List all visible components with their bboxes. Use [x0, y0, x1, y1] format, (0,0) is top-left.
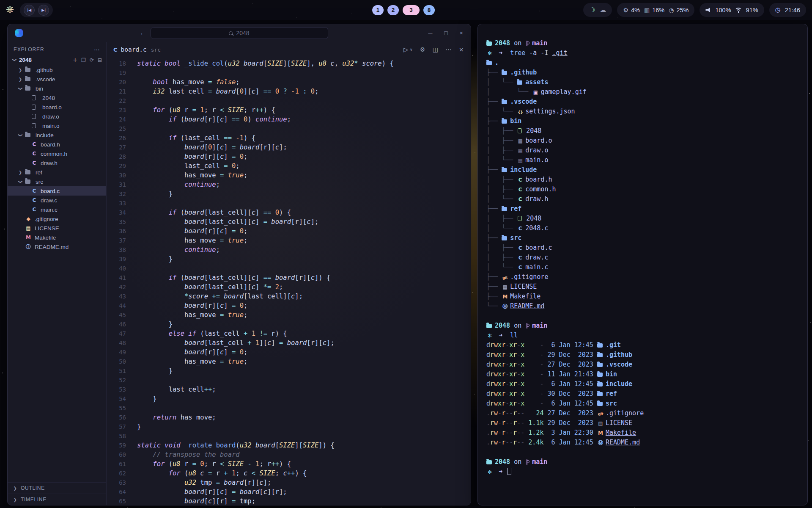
exe-icon: [518, 128, 522, 133]
code-line-38: 38 continue;: [107, 245, 471, 254]
moon-icon: ☽: [589, 7, 595, 14]
system-logo-icon[interactable]: ❋: [6, 5, 14, 15]
split-editor-button[interactable]: ◫: [433, 46, 439, 53]
file-tree-item-bin[interactable]: ❯bin: [8, 84, 106, 93]
file-tree-item-board.h[interactable]: Cboard.h: [8, 140, 106, 149]
clock-widget[interactable]: ◷ 21:46: [769, 3, 806, 17]
tab-board-c[interactable]: C board.c src: [113, 46, 161, 53]
terminal-line: │ └── ▦main.o: [486, 155, 807, 165]
explorer-header: EXPLORER ⋯: [8, 43, 106, 55]
file-tree-item-main.c[interactable]: Cmain.c: [8, 205, 106, 214]
minimize-button[interactable]: ─: [428, 30, 432, 36]
file-tree-item-Makefile[interactable]: MMakefile: [8, 233, 106, 242]
file-tree-item-LICENSE[interactable]: ▤LICENSE: [8, 224, 106, 233]
explorer-menu-button[interactable]: ⋯: [94, 46, 100, 53]
terminal-line: 2048 on main: [486, 39, 807, 48]
code-line-57: 57}: [107, 422, 471, 431]
terminal-line: ├── src: [486, 233, 807, 243]
line-number: 27: [107, 143, 126, 152]
file-tree-item-.vscode[interactable]: ❯.vscode: [8, 75, 106, 84]
media-previous-button[interactable]: |◀: [24, 5, 35, 16]
file-tree-item-src[interactable]: ❯src: [8, 177, 106, 186]
close-button[interactable]: ×: [460, 30, 463, 36]
file-tree-item-draw.h[interactable]: Cdraw.h: [8, 158, 106, 168]
code-line-23: 23 for (u8 r = 1; r < SIZE; r++) {: [107, 105, 471, 115]
line-number: 61: [107, 459, 126, 469]
line-number: 21: [107, 87, 126, 96]
run-button[interactable]: ▷: [403, 46, 408, 53]
weather-widget[interactable]: ☽ ☁: [583, 3, 612, 17]
c-icon: C: [517, 263, 524, 273]
terminal-line: │ ├── Ccommon.h: [486, 185, 807, 194]
code-line-48: 48 board[last_cell + 1][c] = board[r][c]…: [107, 338, 471, 348]
nav-back-button[interactable]: ←: [140, 29, 147, 37]
file-tree-item-include[interactable]: ❯include: [8, 130, 106, 140]
settings-button[interactable]: ⚙: [420, 46, 425, 53]
code-line-56: 56 return has_move;: [107, 413, 471, 422]
file-tree-item-draw.c[interactable]: Cdraw.c: [8, 196, 106, 205]
project-root-item[interactable]: ❯ 2048 ✛❐⟳⊟: [8, 55, 106, 64]
file-tree-item-label: .github: [36, 67, 53, 73]
command-palette-search[interactable]: 2048: [151, 27, 328, 39]
terminal-line: .rw-r--r-- 1.2k 3 Jan 22:30 MMakefile: [486, 428, 807, 438]
workspace-2[interactable]: 2: [387, 5, 399, 15]
refresh-explorer-button[interactable]: ⟳: [90, 57, 94, 63]
media-next-button[interactable]: ▶|: [38, 5, 49, 16]
volume-value: 100%: [715, 7, 731, 14]
new-folder-button[interactable]: ❐: [81, 57, 86, 63]
c-icon: C: [31, 207, 38, 213]
run-dropdown-button[interactable]: ∨: [410, 47, 413, 52]
code-line-50: 50 has_move = true;: [107, 357, 471, 366]
file-tree-item-ref[interactable]: ❯ref: [8, 168, 106, 177]
code-line-62: 62 for (u8 c = r + 1; c < SIZE; c++) {: [107, 469, 471, 478]
file-tree-item-board.c[interactable]: Cboard.c: [8, 186, 106, 196]
cpu-icon: ⚙: [623, 7, 628, 13]
diamond-icon: ◆: [25, 216, 32, 222]
window-controls: ─ □ ×: [428, 30, 463, 36]
system-stats: ⚙4%▥16%◔25%: [617, 3, 694, 17]
terminal-line: ├── .github: [486, 68, 807, 77]
line-number: 26: [107, 133, 126, 143]
file-tree-item-main.o[interactable]: main.o: [8, 121, 106, 130]
audio-network-widget[interactable]: 100% 91%: [700, 3, 764, 17]
folder-icon: [502, 236, 507, 240]
file-tree-item-2048[interactable]: 2048: [8, 93, 106, 102]
code-line-52: 52: [107, 375, 471, 385]
cpu-value: 4%: [631, 7, 640, 14]
cpu-stat: ⚙4%: [623, 7, 640, 14]
terminal-window[interactable]: 2048 on main✻ ➜ tree -a -I .git.├── .git…: [477, 24, 808, 505]
maximize-button[interactable]: □: [444, 30, 447, 36]
editor-titlebar[interactable]: ← → 2048 ─ □ ×: [8, 24, 471, 42]
file-tree-item-README.md[interactable]: ⓘREADME.md: [8, 242, 106, 251]
more-actions-button[interactable]: ⋯: [445, 46, 452, 53]
close-editor-button[interactable]: ×: [459, 46, 464, 53]
collapse-folders-button[interactable]: ⊟: [98, 57, 102, 63]
clock-value: 21:46: [785, 7, 800, 14]
folder-icon: [597, 382, 603, 387]
workspace-3[interactable]: 3: [403, 5, 420, 15]
memory-icon: ▥: [644, 7, 650, 13]
branch-icon: [525, 41, 529, 46]
file-tree-item-draw.o[interactable]: draw.o: [8, 112, 106, 121]
file-tree-item-label: LICENSE: [35, 225, 59, 232]
folder-icon: [597, 392, 603, 396]
terminal-line: .rw-r--r-- 1.1k 29 Dec 2023 ▤LICENSE: [486, 418, 807, 428]
workspace-8[interactable]: 8: [423, 5, 435, 15]
workspace-1[interactable]: 1: [372, 5, 384, 15]
file-tree-item-label: .vscode: [36, 76, 55, 83]
c-icon: C: [31, 188, 38, 194]
terminal-line: [486, 447, 807, 457]
file-tree-item-common.h[interactable]: Ccommon.h: [8, 149, 106, 158]
clock-icon: ◷: [775, 7, 781, 13]
file-tree-item-board.o[interactable]: board.o: [8, 102, 106, 112]
promptstar-icon: ✻: [486, 331, 493, 341]
line-number: 51: [107, 366, 126, 375]
new-file-button[interactable]: ✛: [73, 57, 77, 63]
code-line-45: 45 has_move = true;: [107, 310, 471, 320]
timeline-panel[interactable]: ❯ TIMELINE: [8, 494, 106, 505]
file-tree-item-.gitignore[interactable]: ◆.gitignore: [8, 214, 106, 224]
code-editor[interactable]: 18static bool _slide_col(u32 board[SIZE]…: [107, 57, 471, 505]
outline-panel[interactable]: ❯ OUTLINE: [8, 482, 106, 494]
file-tree-item-.github[interactable]: ❯.github: [8, 65, 106, 75]
c-icon: C: [31, 197, 38, 203]
